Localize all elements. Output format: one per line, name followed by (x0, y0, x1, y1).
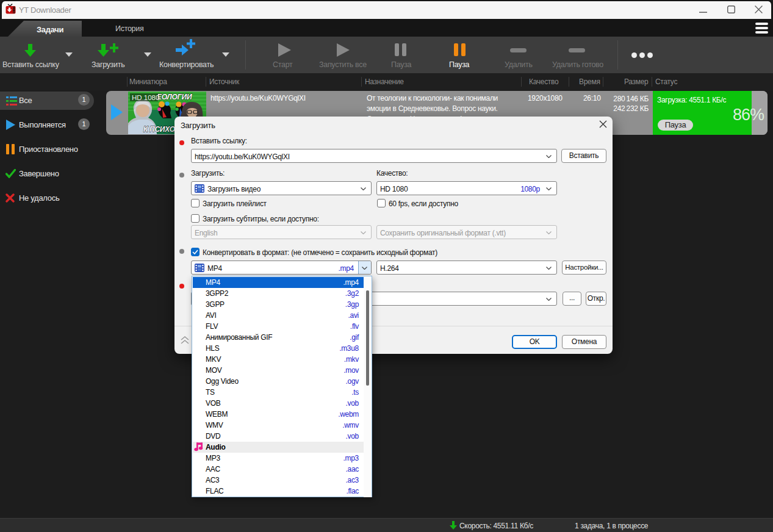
svg-text:ЕОЛОГИИ: ЕОЛОГИИ (157, 93, 192, 101)
svg-text:HD 1080: HD 1080 (132, 94, 159, 101)
